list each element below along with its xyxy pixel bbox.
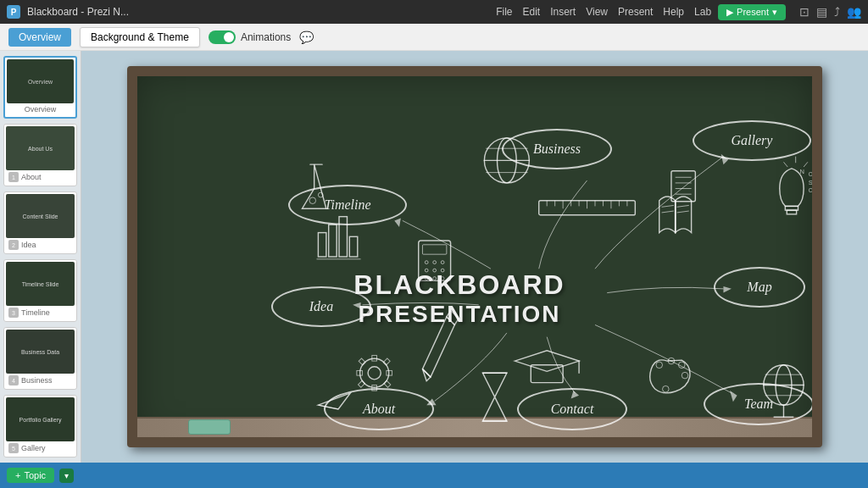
svg-line-39: [677, 205, 689, 207]
svg-point-15: [425, 261, 428, 264]
film-icon[interactable]: ▤: [816, 5, 827, 19]
node-about-label: About: [363, 402, 395, 417]
blackboard[interactable]: .chalk { stroke: rgba(255,255,255,0.75);…: [127, 66, 822, 447]
add-topic-dropdown[interactable]: ▾: [59, 469, 74, 483]
menu-edit[interactable]: Edit: [523, 6, 541, 18]
slide-label-1: About: [21, 173, 42, 181]
svg-rect-56: [359, 358, 365, 365]
node-timeline-label: Timeline: [324, 197, 370, 213]
svg-marker-84: [394, 219, 401, 227]
svg-rect-59: [384, 380, 391, 387]
svg-point-65: [656, 362, 663, 369]
animations-toggle-group: Animations: [209, 30, 291, 44]
monitor-icon[interactable]: ⊡: [799, 5, 810, 19]
slide-label-5: Gallery: [21, 444, 46, 452]
svg-point-66: [668, 358, 675, 364]
node-about[interactable]: About: [324, 388, 434, 430]
slide-label-2: Idea: [21, 241, 36, 249]
users-icon[interactable]: 👥: [847, 5, 861, 19]
svg-line-45: [783, 162, 787, 167]
svg-point-50: [360, 358, 389, 387]
svg-text:C: C: [809, 187, 812, 193]
chalk-eraser: [188, 419, 231, 435]
svg-point-67: [678, 362, 685, 369]
svg-rect-61: [531, 365, 563, 383]
svg-rect-14: [422, 245, 446, 254]
svg-text:O: O: [809, 171, 812, 177]
background-theme-tab[interactable]: Background & Theme: [80, 27, 200, 47]
svg-point-69: [663, 385, 670, 392]
share-icon[interactable]: ⤴: [834, 5, 840, 19]
slide-num-badge-4: 4: [8, 375, 19, 385]
title-line1: BLACKBOARD: [332, 269, 587, 301]
play-icon: ▶: [726, 7, 733, 18]
slide-label-overview: Overview: [25, 105, 57, 114]
svg-rect-8: [318, 233, 326, 257]
sidebar: Overview Overview About Us 1 About Conte…: [0, 51, 81, 463]
svg-line-60: [422, 369, 430, 377]
svg-rect-42: [787, 210, 796, 214]
slide-thumb-3[interactable]: Timeline Slide 3 Timeline: [3, 259, 77, 322]
svg-line-44: [804, 162, 808, 167]
svg-rect-58: [359, 380, 365, 387]
blackboard-title: BLACKBOARD PRESENTATION: [332, 269, 587, 328]
svg-rect-52: [372, 355, 377, 361]
svg-rect-24: [539, 201, 636, 215]
menu-help[interactable]: Help: [663, 6, 684, 18]
slide-thumb-1[interactable]: About Us 1 About: [3, 124, 77, 186]
svg-line-40: [677, 211, 689, 213]
svg-line-38: [662, 211, 674, 213]
dropdown-arrow: ▾: [772, 7, 777, 18]
svg-text:N: N: [799, 168, 804, 175]
canvas-area[interactable]: .chalk { stroke: rgba(255,255,255,0.75);…: [81, 51, 868, 463]
svg-point-51: [368, 367, 381, 380]
title-line2: PRESENTATION: [332, 301, 587, 328]
svg-point-17: [441, 261, 444, 264]
node-contact[interactable]: Contact: [517, 388, 627, 430]
node-team[interactable]: Team: [704, 383, 814, 425]
slide-thumb-2[interactable]: Content Slide 2 Idea: [3, 191, 77, 254]
svg-rect-55: [387, 370, 392, 375]
slide-thumb-overview[interactable]: Overview Overview: [3, 56, 77, 119]
window-title: Blackboard - Prezi N...: [27, 6, 489, 18]
menu-insert[interactable]: Insert: [550, 6, 576, 18]
animations-label: Animations: [241, 31, 291, 43]
node-business-label: Business: [533, 141, 581, 157]
slide-thumb-4[interactable]: Business Data 4 Business: [3, 327, 77, 390]
animations-toggle[interactable]: [209, 30, 236, 44]
bottom-bar: + Topic ▾: [0, 463, 868, 488]
svg-rect-57: [383, 358, 390, 365]
menu-lab[interactable]: Lab: [694, 6, 711, 18]
node-team-label: Team: [744, 396, 773, 412]
top-bar: P Blackboard - Prezi N... File Edit Inse…: [0, 0, 868, 24]
slide-num-badge-2: 2: [8, 240, 19, 250]
svg-line-37: [662, 205, 674, 207]
svg-rect-11: [349, 236, 357, 257]
slide-num-badge-5: 5: [8, 443, 19, 453]
node-contact-label: Contact: [551, 402, 594, 417]
svg-rect-41: [785, 206, 798, 210]
comment-icon[interactable]: 💬: [299, 30, 314, 44]
node-timeline[interactable]: Timeline: [288, 185, 407, 225]
overview-tab[interactable]: Overview: [8, 28, 71, 47]
slide-thumb-5[interactable]: Portfolio Gallery 5 Gallery: [3, 395, 77, 458]
slide-label-3: Timeline: [21, 308, 50, 317]
toolbar-icons: ⊡ ▤ ⤴ 👥: [799, 5, 861, 19]
node-business[interactable]: Business: [502, 129, 612, 169]
node-map[interactable]: Map: [714, 267, 805, 308]
menu-present[interactable]: Present: [618, 6, 653, 18]
svg-point-16: [433, 261, 437, 264]
add-icon: +: [15, 470, 20, 480]
svg-rect-54: [357, 370, 363, 375]
menu-bar: File Edit Insert View Present Help Lab: [496, 6, 711, 18]
node-gallery[interactable]: Gallery: [693, 120, 811, 161]
menu-file[interactable]: File: [496, 6, 512, 18]
app-icon: P: [7, 5, 20, 19]
add-topic-label: Topic: [24, 470, 46, 480]
present-button[interactable]: ▶ Present ▾: [718, 4, 786, 20]
svg-rect-78: [671, 171, 695, 202]
menu-view[interactable]: View: [586, 6, 608, 18]
svg-rect-9: [329, 225, 337, 257]
add-topic-button[interactable]: + Topic: [7, 468, 54, 483]
node-map-label: Map: [747, 280, 771, 295]
